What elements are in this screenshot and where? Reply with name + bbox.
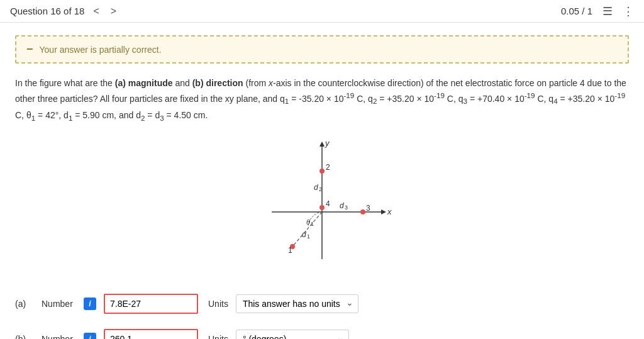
header-left: Question 16 of 18 < > <box>10 6 119 17</box>
units-label-a: Units <box>208 299 228 309</box>
units-select-wrapper-a: This answer has no units N N/C <box>236 294 358 313</box>
main-content: − Your answer is partially correct. In t… <box>0 23 644 339</box>
svg-line-18 <box>292 212 322 247</box>
svg-point-6 <box>319 205 325 210</box>
info-button-b[interactable]: i <box>84 333 96 339</box>
prev-button[interactable]: < <box>91 6 101 17</box>
svg-text:d: d <box>314 183 318 192</box>
svg-text:x: x <box>387 207 392 216</box>
svg-text:d: d <box>302 230 306 239</box>
answer-a-input[interactable] <box>104 294 198 314</box>
svg-text:1: 1 <box>311 221 314 227</box>
svg-text:3: 3 <box>345 204 348 211</box>
row-a-type: Number <box>42 299 76 309</box>
info-button-a[interactable]: i <box>84 297 96 310</box>
coordinate-figure: y x 4 2 d 2 3 d 3 1 <box>234 136 410 275</box>
units-label-b: Units <box>208 334 228 339</box>
answer-row-a: (a) Number i Units This answer has no un… <box>15 294 629 314</box>
units-select-a[interactable]: This answer has no units N N/C <box>236 294 358 313</box>
svg-text:θ: θ <box>306 218 310 226</box>
svg-point-8 <box>319 169 325 174</box>
svg-text:1: 1 <box>307 233 310 240</box>
question-progress: Question 16 of 18 <box>10 6 84 16</box>
banner-message: Your answer is partially correct. <box>40 45 162 55</box>
svg-text:1: 1 <box>288 246 292 255</box>
svg-text:2: 2 <box>326 163 330 172</box>
svg-text:4: 4 <box>326 199 330 208</box>
svg-text:3: 3 <box>366 204 370 213</box>
italic-xaxis: x <box>269 78 273 88</box>
partial-correct-banner: − Your answer is partially correct. <box>15 35 629 64</box>
row-a-label: (a) <box>15 299 34 309</box>
answer-b-input[interactable] <box>104 329 198 339</box>
svg-marker-3 <box>381 209 386 214</box>
svg-marker-1 <box>319 142 325 147</box>
units-select-b[interactable]: ° (degrees) rad <box>236 330 349 339</box>
list-icon[interactable]: ☰ <box>602 4 613 18</box>
figure-area: y x 4 2 d 2 3 d 3 1 <box>15 136 629 275</box>
svg-point-12 <box>360 209 365 214</box>
bold-a: (a) magnitude <box>115 78 173 88</box>
units-select-wrapper-b: ° (degrees) rad <box>236 330 349 339</box>
svg-text:2: 2 <box>319 186 322 192</box>
score-display: 0.05 / 1 <box>561 6 592 16</box>
answer-row-b: (b) Number i Units ° (degrees) rad <box>15 329 629 339</box>
svg-text:d: d <box>340 201 344 210</box>
row-b-label: (b) <box>15 334 34 339</box>
row-b-type: Number <box>42 334 76 339</box>
bold-b: (b) direction <box>192 78 243 88</box>
next-button[interactable]: > <box>108 6 119 17</box>
minus-icon: − <box>26 43 33 56</box>
more-options-icon[interactable]: ⋮ <box>623 4 634 18</box>
header: Question 16 of 18 < > 0.05 / 1 ☰ ⋮ <box>0 0 644 23</box>
header-right: 0.05 / 1 ☰ ⋮ <box>561 4 634 18</box>
svg-text:y: y <box>325 138 330 148</box>
problem-statement: In the figure what are the (a) magnitude… <box>15 76 629 124</box>
